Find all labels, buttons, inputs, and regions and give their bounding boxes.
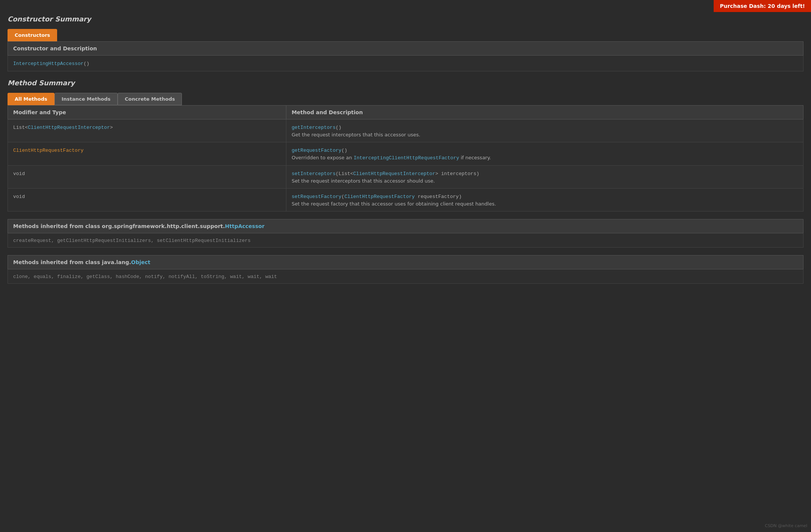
tab-all-methods[interactable]: All Methods <box>8 93 54 105</box>
inherited-title-1: Methods inherited from class org.springf… <box>13 223 265 229</box>
method-row-setInterceptors: void setInterceptors(List<ClientHttpRequ… <box>8 166 803 189</box>
method-cell-4: setRequestFactory(ClientHttpRequestFacto… <box>286 189 803 212</box>
modifier-orange-2[interactable]: ClientHttpRequestFactory <box>13 148 83 153</box>
method-params-prefix-3: (List< <box>336 171 353 177</box>
method-params-suffix-4: requestFactory) <box>415 194 462 200</box>
desc-suffix-2: if necessary. <box>459 155 491 160</box>
col-method-header: Method and Description <box>286 106 803 119</box>
method-row-setRequestFactory: void setRequestFactory(ClientHttpRequest… <box>8 189 803 212</box>
method-row-getInterceptors: List<ClientHttpRequestInterceptor> getIn… <box>8 119 803 142</box>
method-link-2[interactable]: getRequestFactory <box>292 148 342 153</box>
method-tab-bar: All Methods Instance Methods Concrete Me… <box>8 93 803 105</box>
method-cell-1: getInterceptors() Get the request interc… <box>286 119 803 142</box>
method-params-2: () <box>342 148 348 153</box>
tab-instance-methods[interactable]: Instance Methods <box>54 93 118 105</box>
constructor-name[interactable]: InterceptingHttpAccessor <box>13 61 83 66</box>
method-cell-3: setInterceptors(List<ClientHttpRequestIn… <box>286 166 803 189</box>
constructors-tab-bar: Constructors <box>8 29 803 41</box>
inherited-title-prefix-2: Methods inherited from class java.lang. <box>13 259 131 265</box>
method-row-getRequestFactory: ClientHttpRequestFactory getRequestFacto… <box>8 142 803 166</box>
method-link-3[interactable]: setInterceptors <box>292 171 336 177</box>
inherited-title-prefix-1: Methods inherited from class org.springf… <box>13 223 225 229</box>
method-table-header: Modifier and Type Method and Description <box>8 106 803 119</box>
watermark: CSDN @white camel <box>765 523 807 528</box>
modifier-cell-3: void <box>8 166 286 189</box>
desc-link-2[interactable]: InterceptingClientHttpRequestFactory <box>354 155 459 161</box>
method-desc-3: Set the request interceptors that this a… <box>292 178 798 184</box>
inherited-content-1: createRequest, getClientHttpRequestIniti… <box>8 233 803 248</box>
method-link-1[interactable]: getInterceptors <box>292 125 336 130</box>
desc-prefix-2: Overridden to expose an <box>292 155 354 160</box>
method-params-link-4[interactable]: ClientHttpRequestFactory <box>344 194 415 200</box>
constructor-row: InterceptingHttpAccessor() <box>8 56 803 71</box>
method-summary-title: Method Summary <box>8 79 803 87</box>
modifier-cell-1: List<ClientHttpRequestInterceptor> <box>8 119 286 142</box>
method-desc-1: Get the request interceptors that this a… <box>292 132 798 138</box>
modifier-plain-3: void <box>13 171 25 177</box>
constructor-col-header: Constructor and Description <box>8 42 803 56</box>
purchase-banner: Purchase Dash: 20 days left! <box>714 0 811 12</box>
method-desc-2: Overridden to expose an InterceptingClie… <box>292 155 798 161</box>
inherited-content-2: clone, equals, finalize, getClass, hashC… <box>8 269 803 284</box>
method-cell-2: getRequestFactory() Overridden to expose… <box>286 142 803 166</box>
constructors-tab[interactable]: Constructors <box>8 29 57 41</box>
modifier-cell-2: ClientHttpRequestFactory <box>8 142 286 166</box>
tab-concrete-methods[interactable]: Concrete Methods <box>118 93 182 105</box>
method-params-suffix-3: > interceptors) <box>435 171 479 177</box>
modifier-prefix-1: List< <box>13 125 28 130</box>
col-modifier-header: Modifier and Type <box>8 106 286 119</box>
constructor-table-header: Constructor and Description <box>8 42 803 56</box>
method-table: Modifier and Type Method and Description… <box>8 105 803 212</box>
method-params-1: () <box>336 125 342 130</box>
constructor-params: () <box>83 61 89 66</box>
page-container: Constructor Summary Constructors Constru… <box>0 0 811 306</box>
modifier-plain-4: void <box>13 194 25 200</box>
inherited-section-2: Methods inherited from class java.lang.O… <box>8 255 803 269</box>
inherited-link-2[interactable]: Object <box>131 259 150 265</box>
method-params-link-3[interactable]: ClientHttpRequestInterceptor <box>353 171 435 177</box>
constructor-table: Constructor and Description Intercepting… <box>8 41 803 71</box>
modifier-suffix-1: > <box>110 125 113 130</box>
method-link-4[interactable]: setRequestFactory <box>292 194 342 200</box>
inherited-code-2: clone, equals, finalize, getClass, hashC… <box>13 274 277 280</box>
modifier-link-1[interactable]: ClientHttpRequestInterceptor <box>28 125 110 130</box>
constructor-cell: InterceptingHttpAccessor() <box>8 56 803 71</box>
inherited-link-1[interactable]: HttpAccessor <box>225 223 265 229</box>
inherited-code-1: createRequest, getClientHttpRequestIniti… <box>13 238 251 243</box>
method-desc-4: Set the request factory that this access… <box>292 201 798 207</box>
constructor-summary-title: Constructor Summary <box>8 15 803 23</box>
inherited-title-2: Methods inherited from class java.lang.O… <box>13 259 150 265</box>
inherited-section-1: Methods inherited from class org.springf… <box>8 219 803 233</box>
modifier-cell-4: void <box>8 189 286 212</box>
